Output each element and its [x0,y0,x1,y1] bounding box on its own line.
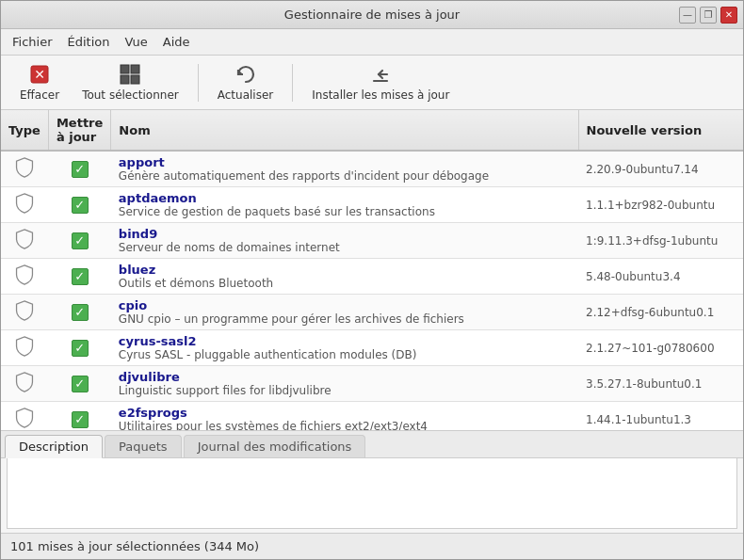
cell-version: 2.20.9-0ubuntu7.14 [578,151,743,187]
cell-type [1,366,48,402]
package-name: djvulibre [119,370,571,384]
package-desc: Linguistic support files for libdjvulibr… [119,384,571,397]
cell-name: djvulibre Linguistic support files for l… [111,366,578,402]
package-name: apport [119,155,571,169]
tab-content-area [7,458,737,529]
tab-description[interactable]: Description [5,435,103,458]
header-type: Type [1,110,48,151]
package-desc: Génère automatiquement des rapports d'in… [119,169,571,183]
cell-version: 2.12+dfsg-6ubuntu0.1 [578,295,743,330]
toolbar-separator-2 [292,64,293,102]
menu-aide[interactable]: Aide [155,32,198,52]
menu-vue[interactable]: Vue [117,32,154,52]
table-row[interactable]: ✓ apport Génère automatiquement des rapp… [1,151,743,187]
cell-type [1,330,48,366]
cell-type [1,187,48,223]
svg-rect-3 [131,65,139,73]
cell-name: cyrus-sasl2 Cyrus SASL - pluggable authe… [111,330,578,366]
toolbar: ✕ Effacer Tout sélectionner [1,56,743,110]
install-icon [369,63,392,86]
package-name: cpio [119,298,571,312]
title-bar: Gestionnaire de mises à jour — ❐ ✕ [1,1,743,29]
package-name: cyrus-sasl2 [119,334,571,348]
cell-version: 1.1.1+bzr982-0ubuntu [578,187,743,223]
main-window: Gestionnaire de mises à jour — ❐ ✕ Fichi… [0,0,744,560]
checkbox-checked[interactable]: ✓ [72,161,89,178]
table-row[interactable]: ✓ djvulibre Linguistic support files for… [1,366,743,402]
header-version: Nouvelle version [578,110,743,151]
checkbox-checked[interactable]: ✓ [72,268,89,285]
package-name: bind9 [119,227,571,241]
checkbox-checked[interactable]: ✓ [72,197,89,214]
package-table-container[interactable]: Type Mettre à jour Nom Nouvelle version … [1,110,743,431]
refresh-icon [235,63,257,86]
select-all-button[interactable]: Tout sélectionner [71,59,190,105]
cell-type [1,402,48,432]
table-header-row: Type Mettre à jour Nom Nouvelle version [1,110,743,151]
svg-rect-2 [121,65,129,73]
cell-checkbox[interactable]: ✓ [48,295,110,330]
cell-name: apport Génère automatiquement des rappor… [111,151,578,187]
cell-version: 2.1.27~101-g0780600 [578,330,743,366]
refresh-label: Actualiser [218,88,274,102]
package-table: Type Mettre à jour Nom Nouvelle version … [1,110,743,431]
menu-fichier[interactable]: Fichier [5,32,60,52]
cell-checkbox[interactable]: ✓ [48,330,110,366]
toolbar-separator-1 [198,64,199,102]
cell-checkbox[interactable]: ✓ [48,259,110,295]
bottom-section: Description Paquets Journal des modifica… [1,431,743,533]
package-name: bluez [119,263,571,277]
menu-edition[interactable]: Édition [60,32,118,52]
package-desc: Serveur de noms de domaines internet [119,241,571,254]
package-desc: Utilitaires pour les systèmes de fichier… [119,420,571,431]
cell-type [1,223,48,259]
clear-label: Effacer [20,88,59,102]
package-desc: Cyrus SASL - pluggable authentication mo… [119,348,571,361]
tab-packages[interactable]: Paquets [105,435,182,457]
header-update: Mettre à jour [48,110,110,151]
cell-version: 1:9.11.3+dfsg-1ubuntu [578,223,743,259]
checkbox-checked[interactable]: ✓ [72,304,89,321]
package-name: aptdaemon [119,191,571,205]
cell-checkbox[interactable]: ✓ [48,151,110,187]
svg-text:✕: ✕ [34,67,45,82]
cell-checkbox[interactable]: ✓ [48,366,110,402]
table-row[interactable]: ✓ cyrus-sasl2 Cyrus SASL - pluggable aut… [1,330,743,366]
toolbar-group-left: ✕ Effacer Tout sélectionner [8,59,190,105]
checkbox-checked[interactable]: ✓ [72,232,89,249]
refresh-button[interactable]: Actualiser [206,59,285,105]
table-row[interactable]: ✓ cpio GNU cpio – un programme pour gére… [1,295,743,330]
cell-type [1,259,48,295]
tab-changelog[interactable]: Journal des modifications [184,435,366,457]
checkbox-checked[interactable]: ✓ [72,411,89,428]
svg-rect-5 [131,75,139,84]
select-all-label: Tout sélectionner [82,88,179,102]
package-desc: Outils et démons Bluetooth [119,277,571,290]
package-name: e2fsprogs [119,406,571,420]
maximize-button[interactable]: ❐ [700,7,717,24]
install-label: Installer les mises à jour [312,88,449,102]
table-row[interactable]: ✓ e2fsprogs Utilitaires pour les système… [1,402,743,432]
cell-checkbox[interactable]: ✓ [48,187,110,223]
package-desc: GNU cpio – un programme pour gérer les a… [119,312,571,326]
checkbox-checked[interactable]: ✓ [72,376,89,392]
table-row[interactable]: ✓ aptdaemon Service de gestion de paquet… [1,187,743,223]
cell-checkbox[interactable]: ✓ [48,223,110,259]
table-row[interactable]: ✓ bluez Outils et démons Bluetooth 5.48-… [1,259,743,295]
cell-name: e2fsprogs Utilitaires pour les systèmes … [111,402,578,432]
svg-rect-4 [121,75,129,84]
checkbox-checked[interactable]: ✓ [72,340,89,357]
window-controls: — ❐ ✕ [679,7,737,24]
status-text: 101 mises à jour sélectionnées (344 Mo) [10,539,259,553]
install-button[interactable]: Installer les mises à jour [300,59,461,105]
table-row[interactable]: ✓ bind9 Serveur de noms de domaines inte… [1,223,743,259]
cell-name: aptdaemon Service de gestion de paquets … [111,187,578,223]
close-button[interactable]: ✕ [720,7,737,24]
cell-checkbox[interactable]: ✓ [48,402,110,432]
window-title: Gestionnaire de mises à jour [284,8,460,22]
cell-name: cpio GNU cpio – un programme pour gérer … [111,295,578,330]
cell-version: 1.44.1-1ubuntu1.3 [578,402,743,432]
clear-button[interactable]: ✕ Effacer [8,59,71,105]
minimize-button[interactable]: — [679,7,696,24]
menu-bar: Fichier Édition Vue Aide [1,29,743,56]
